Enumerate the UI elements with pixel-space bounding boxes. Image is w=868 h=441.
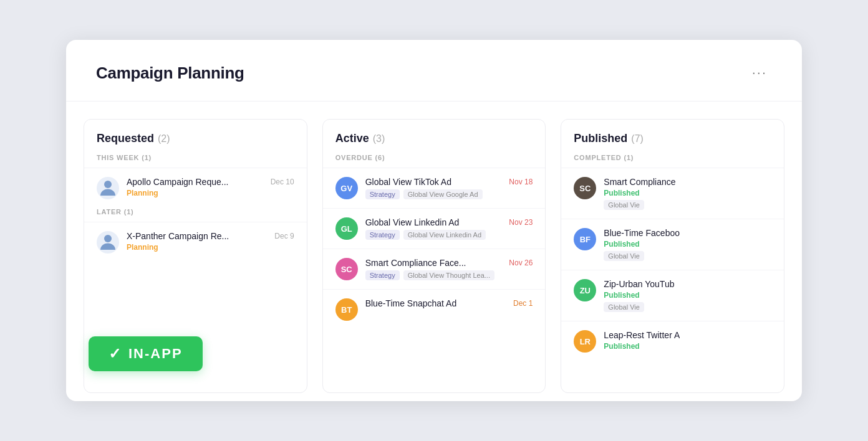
tag: Strategy [365, 270, 400, 280]
card-apollo[interactable]: Apollo Campaign Reque... Dec 10 Planning [84, 168, 307, 208]
card-tags-blue-time-facebook: Global Vie [604, 251, 771, 261]
avatar-apollo [97, 177, 119, 199]
card-title-text-xpanther: X-Panther Campaign Re... [127, 231, 229, 241]
column-count-requested: (2) [158, 133, 170, 145]
more-menu-button[interactable]: ··· [747, 62, 772, 83]
card-title-row: Blue-Time Faceboo [604, 228, 771, 238]
avatar-blue-time-facebook: BF [574, 228, 596, 250]
card-title-row: Global View Linkedin Ad Nov 23 [365, 217, 533, 227]
card-title-text-zip-urban-youtube: Zip-Urban YouTub [604, 279, 674, 289]
card-title-text-leap-rest-twitter: Leap-Rest Twitter A [604, 330, 680, 340]
card-body-global-linkedin: Global View Linkedin Ad Nov 23 StrategyG… [365, 217, 533, 240]
card-body-smart-compliance: Smart Compliance PublishedGlobal Vie [604, 177, 771, 210]
card-title-row: Leap-Rest Twitter A [604, 330, 771, 340]
column-header-active: Active (3) [323, 120, 546, 154]
tag: Global View Thought Lea... [403, 270, 494, 280]
card-tags-smart-compliance-face: StrategyGlobal View Thought Lea... [365, 270, 533, 280]
tag: Strategy [365, 189, 400, 199]
in-app-label: IN-APP [128, 346, 183, 362]
card-tags-zip-urban-youtube: Global Vie [604, 302, 771, 312]
tag: Global Vie [604, 251, 644, 261]
card-tags-global-linkedin: StrategyGlobal View Linkedin Ad [365, 230, 533, 240]
card-title-row: Smart Compliance [604, 177, 771, 187]
column-title-requested: Requested [97, 132, 154, 145]
tag: Global Vie [604, 200, 644, 210]
card-date-blue-time-snapchat: Dec 1 [513, 299, 533, 308]
card-date-xpanther: Dec 9 [274, 232, 294, 240]
avatar-global-linkedin: GL [335, 217, 358, 240]
column-count-published: (7) [631, 133, 644, 145]
page-title: Campaign Planning [96, 64, 244, 83]
avatar-global-tiktok: GV [335, 177, 358, 199]
column-header-published: Published (7) [561, 120, 784, 154]
card-title-text-blue-time-facebook: Blue-Time Faceboo [604, 228, 680, 238]
card-title-text-blue-time-snapchat: Blue-Time Snapchat Ad [365, 298, 457, 308]
card-status-smart-compliance: Published [604, 189, 771, 197]
tag: Global View Google Ad [403, 189, 483, 199]
card-title-text-smart-compliance-face: Smart Compliance Face... [365, 258, 466, 268]
card-title-row: Global View TikTok Ad Nov 18 [365, 177, 533, 187]
svg-point-1 [104, 235, 112, 242]
avatar-smart-compliance: SC [574, 177, 596, 199]
card-smart-compliance-face[interactable]: SC Smart Compliance Face... Nov 26 Strat… [323, 249, 546, 289]
card-title-row: Smart Compliance Face... Nov 26 [365, 258, 533, 268]
column-count-active: (3) [373, 133, 385, 145]
card-date-apollo: Dec 10 [271, 178, 294, 186]
section-label: OVERDUE (6) [323, 154, 546, 168]
column-title-published: Published [574, 132, 627, 145]
card-title-row: X-Panther Campaign Re... Dec 9 [127, 231, 294, 241]
card-status-leap-rest-twitter: Published [604, 342, 771, 351]
page-header: Campaign Planning ··· [66, 40, 802, 102]
avatar-xpanther [97, 231, 119, 254]
in-app-badge: ✓ IN-APP [89, 336, 203, 371]
card-body-global-tiktok: Global View TikTok Ad Nov 18 StrategyGlo… [365, 177, 533, 199]
card-status-apollo: Planning [127, 189, 294, 197]
column-published: Published (7) COMPLETED (1) SC Smart Com… [561, 119, 784, 393]
app-window: Campaign Planning ··· Requested (2) THIS… [66, 40, 802, 401]
card-body-apollo: Apollo Campaign Reque... Dec 10 Planning [127, 177, 294, 197]
card-date-global-tiktok: Nov 18 [509, 178, 533, 186]
card-title-row: Blue-Time Snapchat Ad Dec 1 [365, 298, 533, 308]
card-global-linkedin[interactable]: GL Global View Linkedin Ad Nov 23 Strate… [323, 208, 546, 249]
svg-point-0 [104, 181, 112, 188]
card-body-smart-compliance-face: Smart Compliance Face... Nov 26 Strategy… [365, 258, 533, 280]
tag: Global Vie [604, 302, 644, 312]
card-title-text-global-tiktok: Global View TikTok Ad [365, 177, 451, 187]
check-icon: ✓ [109, 345, 122, 363]
section-label: LATER (1) [84, 208, 307, 222]
card-date-smart-compliance-face: Nov 26 [509, 258, 533, 267]
card-body-blue-time-facebook: Blue-Time Faceboo PublishedGlobal Vie [604, 228, 771, 261]
card-body-xpanther: X-Panther Campaign Re... Dec 9 Planning [127, 231, 294, 252]
card-smart-compliance[interactable]: SC Smart Compliance PublishedGlobal Vie [561, 168, 784, 219]
card-status-blue-time-facebook: Published [604, 240, 771, 249]
card-body-zip-urban-youtube: Zip-Urban YouTub PublishedGlobal Vie [604, 279, 771, 312]
avatar-zip-urban-youtube: ZU [574, 279, 596, 301]
card-status-zip-urban-youtube: Published [604, 291, 771, 300]
card-leap-rest-twitter[interactable]: LR Leap-Rest Twitter A Published [561, 321, 784, 361]
card-title-text-global-linkedin: Global View Linkedin Ad [365, 217, 460, 227]
card-status-xpanther: Planning [127, 243, 294, 252]
card-body-blue-time-snapchat: Blue-Time Snapchat Ad Dec 1 [365, 298, 533, 308]
avatar-smart-compliance-face: SC [335, 258, 358, 280]
card-xpanther[interactable]: X-Panther Campaign Re... Dec 9 Planning [84, 222, 307, 262]
card-zip-urban-youtube[interactable]: ZU Zip-Urban YouTub PublishedGlobal Vie [561, 270, 784, 321]
card-tags-smart-compliance: Global Vie [604, 200, 771, 210]
section-label: COMPLETED (1) [561, 154, 784, 168]
card-tags-global-tiktok: StrategyGlobal View Google Ad [365, 189, 533, 199]
card-title-text-smart-compliance: Smart Compliance [604, 177, 675, 187]
card-blue-time-facebook[interactable]: BF Blue-Time Faceboo PublishedGlobal Vie [561, 219, 784, 270]
card-title-text-apollo: Apollo Campaign Reque... [127, 177, 228, 187]
card-date-global-linkedin: Nov 23 [509, 218, 533, 227]
avatar-blue-time-snapchat: BT [335, 298, 358, 321]
avatar-leap-rest-twitter: LR [574, 330, 596, 353]
card-title-row: Zip-Urban YouTub [604, 279, 771, 289]
card-blue-time-snapchat[interactable]: BT Blue-Time Snapchat Ad Dec 1 [323, 289, 546, 330]
card-body-leap-rest-twitter: Leap-Rest Twitter A Published [604, 330, 771, 351]
column-title-active: Active [335, 132, 369, 145]
tag: Global View Linkedin Ad [403, 230, 486, 240]
card-global-tiktok[interactable]: GV Global View TikTok Ad Nov 18 Strategy… [323, 168, 546, 208]
column-active: Active (3) OVERDUE (6) GV Global View Ti… [322, 119, 546, 393]
column-header-requested: Requested (2) [84, 120, 307, 154]
section-label: THIS WEEK (1) [84, 154, 307, 168]
tag: Strategy [365, 230, 400, 240]
